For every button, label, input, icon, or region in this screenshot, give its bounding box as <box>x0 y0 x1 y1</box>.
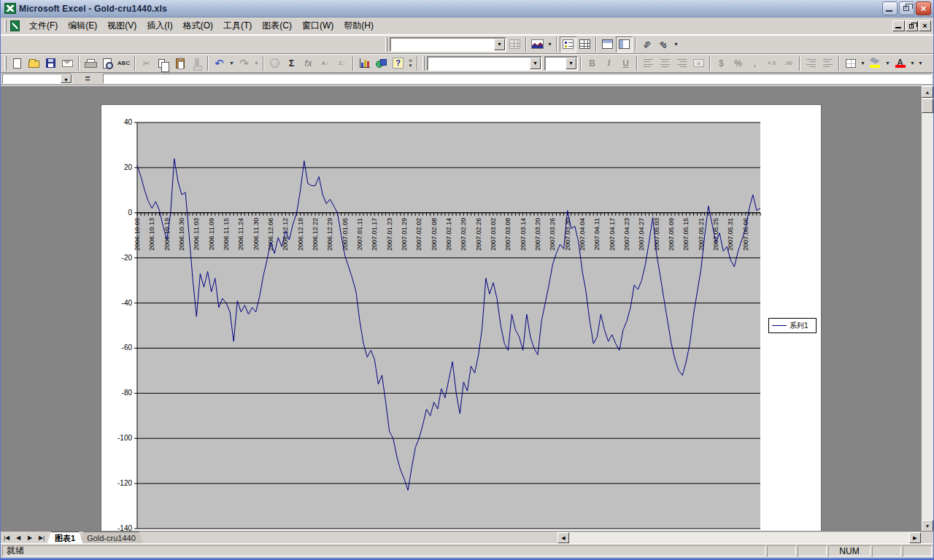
font-color-dropdown[interactable]: ▼ <box>908 55 916 71</box>
spelling-button[interactable]: ABC <box>115 55 132 71</box>
font-name-combobox[interactable]: ▼ <box>427 56 542 71</box>
toolbar-grip[interactable] <box>422 56 425 71</box>
align-right-button[interactable] <box>674 55 690 71</box>
menu-window[interactable]: 窗口(W) <box>297 18 339 34</box>
more-buttons-chevron[interactable]: »▼ <box>406 55 414 71</box>
percent-button[interactable]: % <box>730 55 746 71</box>
scroll-up-button[interactable]: ▲ <box>922 86 933 98</box>
print-preview-button[interactable] <box>99 55 115 71</box>
borders-button[interactable] <box>842 55 859 71</box>
format-painter-button[interactable] <box>188 55 205 71</box>
toolbar-options-dropdown[interactable]: ▼ <box>672 36 680 52</box>
underline-button[interactable]: U <box>617 55 634 71</box>
scroll-right-button[interactable]: ▶ <box>909 532 921 543</box>
workbook-close-button[interactable]: × <box>919 20 931 31</box>
format-selected-object-button[interactable] <box>506 36 523 52</box>
bold-button[interactable]: B <box>584 55 601 71</box>
formula-input[interactable] <box>103 74 932 84</box>
cut-button[interactable]: ✂ <box>138 55 155 71</box>
sort-ascending-button[interactable]: A↓ <box>317 55 333 71</box>
angle-text-down-button[interactable]: ab <box>638 36 655 52</box>
fill-color-dropdown[interactable]: ▼ <box>884 55 892 71</box>
font-size-combobox[interactable]: ▼ <box>544 56 578 71</box>
chart-canvas[interactable]: 40200-20-40-60-80-100-120-1402006.10.092… <box>101 105 821 533</box>
by-column-button[interactable] <box>616 36 633 52</box>
minimize-button[interactable] <box>882 1 898 15</box>
chart-type-dropdown[interactable]: ▼ <box>546 36 554 52</box>
chevron-down-icon[interactable]: ▼ <box>566 58 576 69</box>
vertical-scroll-thumb[interactable] <box>922 98 933 113</box>
autosum-button[interactable]: Σ <box>283 55 300 71</box>
legend-toggle-button[interactable] <box>560 36 576 52</box>
workbook-restore-button[interactable] <box>906 20 918 31</box>
chevron-down-icon[interactable]: ▼ <box>530 58 541 69</box>
email-button[interactable] <box>59 55 76 71</box>
undo-button[interactable]: ↶ <box>211 55 228 71</box>
fill-color-button[interactable] <box>867 55 884 71</box>
insert-hyperlink-button[interactable] <box>266 55 283 71</box>
menu-file[interactable]: 文件(F) <box>24 18 63 34</box>
italic-button[interactable]: I <box>601 55 617 71</box>
angle-text-up-button[interactable]: ab <box>655 36 672 52</box>
last-sheet-button[interactable]: ▶| <box>36 532 47 543</box>
prev-sheet-button[interactable]: ◀ <box>12 532 24 543</box>
open-button[interactable] <box>26 55 42 71</box>
toolbar-grip[interactable] <box>385 37 387 52</box>
close-button[interactable]: × <box>916 1 931 15</box>
scroll-left-button[interactable]: ◀ <box>557 532 569 543</box>
menu-tools[interactable]: 工具(T) <box>218 18 257 34</box>
chart-objects-combobox[interactable]: ▼ <box>390 37 506 52</box>
decrease-indent-button[interactable] <box>803 55 819 71</box>
menu-view[interactable]: 视图(V) <box>102 18 142 34</box>
menu-insert[interactable]: 插入(I) <box>142 18 177 34</box>
next-sheet-button[interactable]: ▶ <box>24 532 36 543</box>
copy-button[interactable] <box>155 55 171 71</box>
first-sheet-button[interactable]: |◀ <box>1 532 12 543</box>
save-button[interactable] <box>42 55 59 71</box>
borders-dropdown[interactable]: ▼ <box>859 55 867 71</box>
chevron-down-icon[interactable]: ▼ <box>494 39 505 50</box>
sort-descending-button[interactable]: Z↓ <box>333 55 350 71</box>
drawing-button[interactable] <box>373 55 390 71</box>
chart-legend[interactable]: 系列1 <box>768 318 817 333</box>
chevron-down-icon[interactable]: ▼ <box>61 74 72 83</box>
vertical-scrollbar[interactable]: ▲ ▼ <box>922 86 933 532</box>
align-center-button[interactable] <box>657 55 674 71</box>
menu-help[interactable]: 帮助(H) <box>339 18 379 34</box>
chart-sheet[interactable]: 40200-20-40-60-80-100-120-1402006.10.092… <box>101 104 822 532</box>
currency-button[interactable]: $ <box>713 55 730 71</box>
data-table-button[interactable] <box>576 36 593 52</box>
sheet-tab-gold-cru1440[interactable]: Gold-cru1440 <box>80 532 143 543</box>
increase-indent-button[interactable] <box>819 55 836 71</box>
workbook-minimize-button[interactable] <box>892 20 905 31</box>
chart-wizard-button[interactable] <box>356 55 373 71</box>
decrease-decimal-button[interactable]: .00 <box>780 55 797 71</box>
menu-chart[interactable]: 图表(C) <box>257 18 297 34</box>
menu-format[interactable]: 格式(O) <box>178 18 218 34</box>
print-button[interactable] <box>82 55 99 71</box>
equals-button[interactable]: = <box>72 73 103 85</box>
scroll-down-button[interactable]: ▼ <box>922 520 933 532</box>
increase-decimal-button[interactable]: +.0 <box>763 55 780 71</box>
help-button[interactable]: ? <box>390 55 406 71</box>
merge-center-button[interactable] <box>690 55 707 71</box>
insert-function-button[interactable]: fx <box>300 55 317 71</box>
paste-button[interactable] <box>171 55 188 71</box>
chart-type-button[interactable] <box>529 36 546 52</box>
sheet-tab-chart1[interactable]: 图表1 <box>47 532 82 543</box>
workbook-icon[interactable] <box>10 20 20 31</box>
name-box[interactable]: ▼ <box>2 74 72 84</box>
new-button[interactable] <box>9 55 26 71</box>
horizontal-scrollbar[interactable]: ◀ ▶ <box>557 532 921 543</box>
undo-dropdown[interactable]: ▼ <box>228 55 236 71</box>
toolbar-grip[interactable] <box>4 56 7 71</box>
restore-button[interactable] <box>899 1 914 15</box>
redo-dropdown[interactable]: ▼ <box>252 55 260 71</box>
menu-edit[interactable]: 编辑(E) <box>63 18 102 34</box>
chart-plot[interactable]: 40200-20-40-60-80-100-120-1402006.10.092… <box>101 105 821 531</box>
menu-grip[interactable] <box>4 20 7 33</box>
redo-button[interactable]: ↷ <box>236 55 252 71</box>
comma-button[interactable]: , <box>746 55 763 71</box>
align-left-button[interactable] <box>640 55 657 71</box>
font-color-button[interactable]: A <box>892 55 908 71</box>
